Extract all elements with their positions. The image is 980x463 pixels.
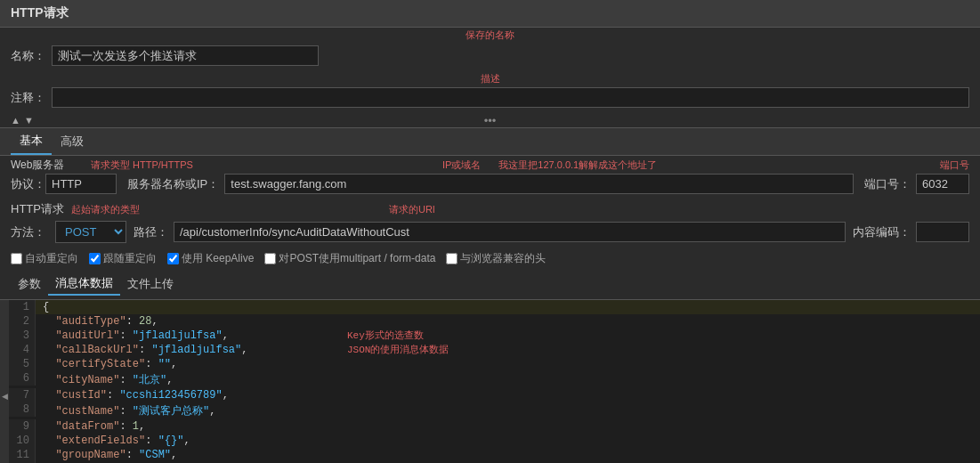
checkbox-auto-redirect[interactable]: 自动重定向 xyxy=(11,251,78,266)
checkbox-browser-headers[interactable]: 与浏览器兼容的头 xyxy=(446,251,546,266)
code-line-2: 2 "auditType": 28, xyxy=(9,314,980,329)
uri-annotation: 请求的URI xyxy=(389,203,435,216)
method-select[interactable]: POST GET PUT DELETE xyxy=(55,221,126,243)
checkboxes-row: 自动重定向 跟随重定向 使用 KeepAlive 对POST使用multipar… xyxy=(0,248,980,269)
line-num-11: 11 xyxy=(9,448,36,462)
checkbox-multipart[interactable]: 对POST使用multipart / form-data xyxy=(264,251,435,266)
path-input[interactable] xyxy=(174,222,846,242)
code-line-3: 3 "auditUrl": "jfladljulfsa", Key形式的选查数 xyxy=(9,329,980,343)
line-content-2: "auditType": 28, xyxy=(36,314,166,329)
browser-headers-checkbox[interactable] xyxy=(446,253,458,264)
http-request-label: HTTP请求 xyxy=(11,201,64,217)
code-line-11: 11 "groupName": "CSM", xyxy=(9,448,980,462)
line-content-7: "custId": "ccshi123456789", xyxy=(36,388,236,402)
server-name-label: 服务器名称或IP： xyxy=(127,176,219,192)
keepalive-checkbox[interactable] xyxy=(167,253,179,264)
tab-basic[interactable]: 基本 xyxy=(11,128,52,155)
key-annotation: Key形式的选查数 xyxy=(347,329,424,342)
line-content-6: "cityName": "北京", xyxy=(36,371,180,388)
follow-redirect-checkbox[interactable] xyxy=(89,253,101,264)
collapse-icon: ◀ xyxy=(2,392,8,401)
line-num-1: 1 xyxy=(9,300,36,314)
server-input[interactable] xyxy=(224,174,854,194)
line-content-3: "auditUrl": "jfladljulfsa", xyxy=(36,329,236,343)
follow-redirect-label: 跟随重定向 xyxy=(103,251,157,266)
line-content-4: "callBackUrl": "jfladljulfsa", xyxy=(36,343,255,357)
keepalive-label: 使用 KeepAlive xyxy=(182,251,254,266)
line-num-5: 5 xyxy=(9,357,36,371)
tab-advanced[interactable]: 高级 xyxy=(52,129,93,154)
name-row: 名称： xyxy=(0,44,980,68)
line-num-3: 3 xyxy=(9,329,36,343)
ip-annotation: IP或域名 xyxy=(442,158,481,172)
code-line-1: 1 { xyxy=(9,300,980,314)
encoding-label: 内容编码： xyxy=(853,224,911,240)
collapse-arrow-down[interactable]: ▼ xyxy=(24,115,34,126)
line-num-8: 8 xyxy=(9,402,36,417)
web-server-label: Web服务器 xyxy=(11,158,73,173)
path-label: 路径： xyxy=(134,224,168,240)
browser-headers-label: 与浏览器兼容的头 xyxy=(460,251,546,266)
sub-tab-body[interactable]: 消息体数据 xyxy=(48,272,120,296)
auto-redirect-checkbox[interactable] xyxy=(11,253,22,264)
protocol-input[interactable] xyxy=(45,174,117,194)
desc-label: 注释： xyxy=(11,90,46,106)
line-content-1: { xyxy=(36,300,56,314)
line-num-7: 7 xyxy=(9,388,36,402)
port-annotation: 端口号 xyxy=(940,158,969,172)
line-num-6: 6 xyxy=(9,371,36,386)
name-label: 名称： xyxy=(11,48,46,64)
method-label: 方法： xyxy=(11,224,55,240)
save-name-annotation: 保存的名称 xyxy=(466,29,514,40)
line-content-8: "custName": "测试客户总称", xyxy=(36,402,223,419)
multipart-label: 对POST使用multipart / form-data xyxy=(279,251,435,266)
line-num-2: 2 xyxy=(9,314,36,329)
protocol-row: 协议： 服务器名称或IP： 端口号： xyxy=(0,172,980,196)
name-input[interactable] xyxy=(52,45,319,66)
desc-input[interactable] xyxy=(52,87,969,108)
sub-tab-params[interactable]: 参数 xyxy=(11,273,48,295)
web-server-annotation-row: Web服务器 请求类型 HTTP/HTTPS IP或域名 我这里把127.0.0… xyxy=(0,156,980,172)
line-content-5: "certifyState": "", xyxy=(36,357,184,371)
port-label: 端口号： xyxy=(864,176,911,192)
tabs-bar: 基本 高级 xyxy=(0,127,980,156)
line-content-10: "extendFields": "{}", xyxy=(36,434,198,448)
encoding-input[interactable] xyxy=(916,222,969,242)
sub-tab-file[interactable]: 文件上传 xyxy=(120,273,181,295)
http-request-label-row: HTTP请求 起始请求的类型 请求的URI xyxy=(0,199,980,219)
desc-annotation: 描述 xyxy=(481,73,500,84)
code-container: ◀ 1 { 2 "auditType": 28, 3 "auditUrl": "… xyxy=(0,300,980,463)
collapse-arrow-up[interactable]: ▲ xyxy=(11,115,20,126)
code-line-9: 9 "dataFrom": 1, xyxy=(9,419,980,434)
code-line-8: 8 "custName": "测试客户总称", xyxy=(9,402,980,419)
request-type-label-annotation: 起始请求的类型 xyxy=(71,203,140,216)
method-path-row: 方法： POST GET PUT DELETE 路径： 内容编码： xyxy=(0,219,980,245)
dots-icon: ••• xyxy=(484,114,497,127)
checkbox-keepalive[interactable]: 使用 KeepAlive xyxy=(167,251,254,266)
line-num-9: 9 xyxy=(9,419,36,434)
multipart-checkbox[interactable] xyxy=(264,253,276,264)
request-type-annotation: 请求类型 HTTP/HTTPS xyxy=(91,158,193,172)
port-input[interactable] xyxy=(916,174,969,194)
sub-tabs-bar: 参数 消息体数据 文件上传 xyxy=(0,269,980,300)
page-title: HTTP请求 xyxy=(11,5,69,21)
json-annotation: JSON的使用消息体数据 xyxy=(347,343,449,356)
left-collapse-handle[interactable]: ◀ xyxy=(0,300,9,463)
ip-note-annotation: 我这里把127.0.0.1解解成这个地址了 xyxy=(498,158,657,172)
desc-row: 注释： xyxy=(0,85,980,110)
line-content-9: "dataFrom": 1, xyxy=(36,419,152,434)
header-bar: HTTP请求 xyxy=(0,0,980,28)
code-line-10: 10 "extendFields": "{}", xyxy=(9,434,980,448)
line-num-10: 10 xyxy=(9,434,36,448)
protocol-label: 协议： xyxy=(11,176,45,192)
checkbox-follow-redirect[interactable]: 跟随重定向 xyxy=(89,251,157,266)
collapse-row: ▲ ▼ ••• xyxy=(0,113,980,127)
code-line-7: 7 "custId": "ccshi123456789", xyxy=(9,388,980,402)
line-content-11: "groupName": "CSM", xyxy=(36,448,184,462)
code-line-5: 5 "certifyState": "", xyxy=(9,357,980,371)
line-num-4: 4 xyxy=(9,343,36,357)
auto-redirect-label: 自动重定向 xyxy=(25,251,78,266)
code-line-6: 6 "cityName": "北京", xyxy=(9,371,980,388)
code-editor[interactable]: 1 { 2 "auditType": 28, 3 "auditUrl": "jf… xyxy=(9,300,980,463)
code-line-4: 4 "callBackUrl": "jfladljulfsa", JSON的使用… xyxy=(9,343,980,357)
